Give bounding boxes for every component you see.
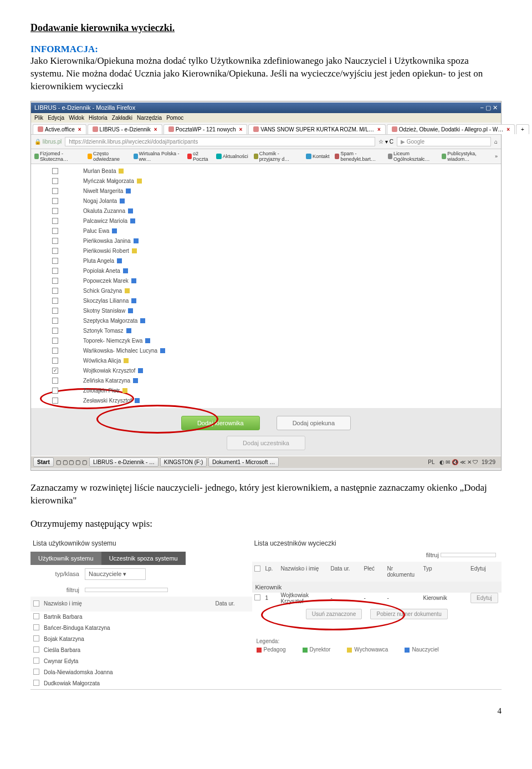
- teacher-checkbox[interactable]: [52, 348, 58, 354]
- menu-item[interactable]: Widok: [69, 115, 84, 121]
- browser-tab[interactable]: Active.office ×: [33, 124, 86, 134]
- row-checkbox[interactable]: [33, 624, 39, 630]
- delete-selected-button[interactable]: Usuń zaznaczone: [306, 609, 362, 619]
- window-controls[interactable]: − ▢ ✕: [480, 104, 498, 111]
- teacher-checkbox[interactable]: [52, 368, 58, 374]
- teacher-checkbox[interactable]: [52, 298, 58, 304]
- teacher-checkbox[interactable]: [52, 358, 58, 364]
- row-checkbox[interactable]: [33, 613, 39, 619]
- teacher-name: Nogaj Jolanta: [83, 198, 117, 204]
- taskbar-item[interactable]: LIBRUS - e-Dziennik - …: [89, 457, 158, 467]
- tab-user-external[interactable]: Uczestnik spoza systemu: [101, 552, 186, 565]
- filter-input-left[interactable]: [85, 588, 168, 592]
- teacher-checkbox[interactable]: [52, 238, 58, 244]
- url-field[interactable]: https://dziennik.librus.pl/wycieczki/dod…: [65, 137, 375, 146]
- close-icon[interactable]: ×: [154, 126, 157, 133]
- taskbar-item[interactable]: Dokument1 - Microsoft …: [208, 457, 279, 467]
- reload-icon[interactable]: ☆ ▾ C: [378, 139, 393, 145]
- teacher-checkbox[interactable]: [52, 208, 58, 214]
- browser-tab[interactable]: LIBRUS - e-Dziennik ×: [88, 124, 162, 134]
- home-icon[interactable]: ⌂: [494, 139, 498, 145]
- teacher-checkbox[interactable]: [52, 388, 58, 394]
- bookmark-item[interactable]: Chomik - przyjazny d…: [254, 151, 300, 162]
- teacher-checkbox[interactable]: [52, 198, 58, 204]
- bookmark-item[interactable]: Często odwiedzane: [88, 151, 127, 162]
- browser-tab[interactable]: PocztaWP - 121 nowych ×: [163, 124, 248, 134]
- role-marker-icon: [128, 308, 133, 313]
- close-icon[interactable]: ×: [377, 126, 381, 133]
- close-icon[interactable]: ×: [239, 126, 242, 133]
- add-guardian-button[interactable]: Dodaj opiekuna: [277, 416, 351, 430]
- row-checkbox[interactable]: [33, 646, 39, 653]
- bookmark-item[interactable]: Spam - benedykt.bart…: [335, 151, 382, 162]
- role-marker-icon: [138, 368, 143, 373]
- quicklaunch-icons[interactable]: ▢ ▢ ▢ ▢ ▢: [56, 459, 87, 465]
- close-icon[interactable]: ×: [78, 126, 81, 133]
- teacher-checkbox[interactable]: [52, 398, 58, 404]
- filter-input-right[interactable]: [441, 553, 496, 557]
- menu-item[interactable]: Zakładki: [112, 115, 132, 121]
- teacher-checkbox[interactable]: [52, 228, 58, 234]
- tab-user-system[interactable]: Użytkownik systemu: [30, 552, 101, 565]
- bookmarks-bar[interactable]: Fizjomed - Skuteczna…Często odwiedzaneWi…: [31, 149, 501, 164]
- browser-tabs[interactable]: Active.office ×LIBRUS - e-Dziennik ×Pocz…: [31, 123, 501, 135]
- browser-tab[interactable]: VANS SNOW SUPER KURTKA ROZM. M/L… ×: [248, 124, 386, 134]
- menu-item[interactable]: Plik: [34, 115, 43, 121]
- participant-row: 1 Wojtkowiak Krzysztof - - - Kierownik E…: [252, 593, 502, 604]
- teacher-checkbox[interactable]: [52, 278, 58, 284]
- teacher-checkbox[interactable]: [52, 268, 58, 274]
- browser-tab[interactable]: Odzież, Obuwie, Dodatki - Allegro.pl - W…: [387, 124, 515, 134]
- row-checkbox[interactable]: [33, 680, 39, 686]
- role-marker-icon: [117, 258, 122, 263]
- menu-item[interactable]: Edycja: [48, 115, 64, 121]
- taskbar-item[interactable]: KINGSTON (F:): [160, 457, 207, 467]
- teacher-checkbox[interactable]: [52, 328, 58, 334]
- row-checkbox[interactable]: [33, 658, 39, 664]
- menu-item[interactable]: Pomoc: [166, 115, 183, 121]
- teacher-checkbox[interactable]: [52, 378, 58, 384]
- teacher-name: Myńczak Małgorzata: [83, 178, 134, 184]
- get-document-button[interactable]: Pobierz numer dokumentu: [370, 609, 447, 619]
- search-field[interactable]: ▶ Google: [397, 137, 491, 146]
- page-heading: Dodawanie kierownika wycieczki.: [30, 22, 502, 34]
- bookmark-item[interactable]: o2 Poczta: [187, 151, 211, 162]
- add-leader-button[interactable]: Dodaj kierownika: [181, 416, 260, 430]
- edit-button[interactable]: Edytuj: [470, 593, 498, 603]
- row-checkbox[interactable]: [33, 635, 39, 641]
- bookmark-item[interactable]: Liceum Ogólnokształc…: [388, 151, 436, 162]
- teacher-checkbox[interactable]: [52, 178, 58, 184]
- row-checkbox[interactable]: [254, 594, 260, 600]
- legend-item: Nauczyciel: [405, 646, 438, 653]
- row-checkbox[interactable]: [33, 669, 39, 675]
- bookmark-item[interactable]: Aktualności: [216, 154, 248, 159]
- bookmark-item[interactable]: Fizjomed - Skuteczna…: [34, 151, 82, 162]
- menubar[interactable]: PlikEdycjaWidokHistoriaZakładkiNarzędzia…: [31, 113, 501, 123]
- button-row: Dodaj kierownika Dodaj opiekuna: [31, 408, 501, 436]
- screenshot-browser: LIBRUS - e-Dziennik - Mozilla Firefox − …: [30, 101, 502, 471]
- teacher-checkbox[interactable]: [52, 248, 58, 254]
- teacher-checkbox[interactable]: [52, 168, 58, 174]
- teacher-checkbox[interactable]: [52, 308, 58, 314]
- menu-item[interactable]: Historia: [89, 115, 108, 121]
- role-marker-icon: [122, 388, 127, 393]
- select-all-checkbox-right[interactable]: [254, 566, 260, 572]
- teacher-checkbox[interactable]: [52, 218, 58, 224]
- screenshot-panel: Lista użytkowników systemu Użytkownik sy…: [30, 535, 502, 690]
- new-tab-button[interactable]: +: [516, 124, 529, 134]
- menu-item[interactable]: Narzędzia: [137, 115, 162, 121]
- bookmark-item[interactable]: Publicystyka, wiadom…: [442, 151, 489, 162]
- taskbar[interactable]: Start ▢ ▢ ▢ ▢ ▢ LIBRUS - e-Dziennik - … …: [31, 456, 501, 468]
- start-button[interactable]: Start: [33, 457, 54, 467]
- type-select[interactable]: Nauczyciele ▾: [85, 568, 146, 580]
- select-all-checkbox[interactable]: [33, 600, 39, 607]
- teacher-checkbox[interactable]: [52, 288, 58, 294]
- teacher-checkbox[interactable]: [52, 188, 58, 194]
- teacher-checkbox[interactable]: [52, 258, 58, 264]
- teacher-row: Wojtkowiak Krzysztof: [37, 366, 501, 376]
- teacher-row: Toporek- Niemczyk Ewa: [37, 336, 501, 346]
- bookmark-item[interactable]: Wirtualna Polska - ww…: [134, 151, 182, 162]
- close-icon[interactable]: ×: [507, 126, 510, 133]
- bookmark-item[interactable]: Kontakt: [306, 154, 330, 159]
- teacher-checkbox[interactable]: [52, 338, 58, 344]
- teacher-checkbox[interactable]: [52, 318, 58, 324]
